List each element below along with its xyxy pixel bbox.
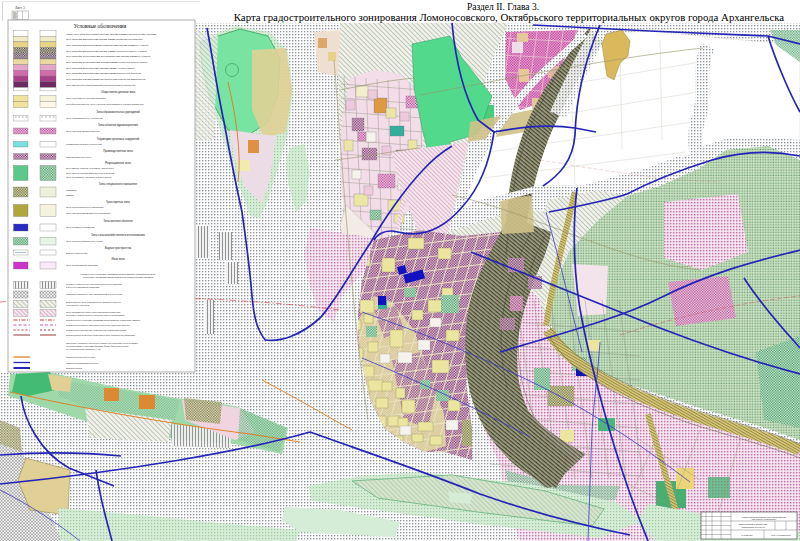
svg-text:Зоны застройки многоэтажными ж: Зоны застройки многоэтажными жилыми дома… [66, 67, 135, 69]
svg-text:Кладбища: Кладбища [66, 189, 77, 191]
svg-text:Лист 3: Лист 3 [15, 6, 25, 10]
svg-text:Границы зон с особыми условиям: Границы зон с особыми условиями использо… [81, 273, 156, 275]
svg-text:Зоны застройки малоэтажными мн: Зоны застройки малоэтажными многоквартир… [66, 44, 149, 46]
svg-text:(в соответствии с данными фили: (в соответствии с данными филиала ФГБУ "… [66, 345, 129, 347]
svg-text:Зоны образовательных учреждени: Зоны образовательных учреждений [66, 117, 103, 119]
svg-text:Иные зоны: Иные зоны [111, 257, 124, 261]
svg-text:Зоны застройки среднеэтажными: Зоны застройки среднеэтажными жилыми дом… [66, 61, 148, 63]
svg-text:Многофункциональные зоны объек: Многофункциональные зоны объектов обслуж… [66, 103, 144, 105]
svg-text:и зоны регулирования застройки: и зоны регулирования застройки [66, 286, 100, 288]
svg-text:Территории культовых сооружени: Территории культовых сооружений [66, 143, 102, 145]
svg-text:Границы охранных зон объектов: Границы охранных зон объектов культурног… [66, 283, 123, 285]
svg-text:по Архангельской области и НАО: по Архангельской области и НАО) [66, 348, 101, 350]
svg-text:Зоны смешанной и жилой застрой: Зоны смешанной и жилой застройки объекто… [66, 84, 136, 86]
svg-text:Граница зоны охраны объектов к: Граница зоны охраны объектов культурного… [66, 324, 130, 326]
svg-text:с особыми условиями использова: с особыми условиями использования по эко… [83, 276, 154, 278]
svg-text:Условные обозначения: Условные обозначения [74, 23, 127, 29]
svg-text:Граница города: Граница города [66, 367, 83, 369]
svg-text:Зоны застройки многоэтажными ж: Зоны застройки многоэтажными жилыми дома… [66, 72, 142, 74]
svg-text:Зоны объектов здравоохранения: Зоны объектов здравоохранения [66, 130, 100, 132]
svg-text:Свалки: Свалки [66, 194, 74, 196]
svg-text:Зоны образовательных учреждени: Зоны образовательных учреждений [96, 110, 140, 114]
svg-text:Производственные зоны: Производственные зоны [66, 156, 91, 158]
svg-text:МО "Город Архангельск": МО "Город Архангельск" [752, 518, 777, 520]
svg-text:Зоны перспективной застройки: Зоны перспективной застройки [66, 264, 99, 266]
svg-text:Карта градостроительного зонир: Карта градостроительного зонирования Лом… [234, 11, 785, 23]
svg-text:Водные пространства: Водные пространства [105, 246, 132, 250]
svg-text:Зоны застройки малоэтажными жи: Зоны застройки малоэтажными жилыми домам… [66, 50, 147, 52]
svg-text:Зоны железнодорожного транспор: Зоны железнодорожного транспорта [66, 206, 104, 208]
svg-text:Производственные зоны: Производственные зоны [103, 149, 133, 153]
svg-text:Территории культовых сооружени: Территории культовых сооружений [97, 137, 140, 141]
svg-text:Граница территориальной зоны: Граница территориальной зоны [66, 362, 99, 364]
svg-text:Ломоносовский и Октябрьский: Ломоносовский и Октябрьский [739, 523, 768, 525]
svg-text:Граница полос воздушных подход: Граница полос воздушных подходов и зоны … [66, 334, 135, 336]
svg-text:Зоны сельскохозяйственных угод: Зоны сельскохозяйственных угодий [66, 240, 103, 242]
svg-text:Граница зоны с особыми условия: Граница зоны с особыми условиями использ… [66, 319, 141, 321]
svg-text:рек и водных объектов: рек и водных объектов [66, 304, 90, 306]
svg-text:Зоны застройки малоэтажными жи: Зоны застройки малоэтажными жилыми домам… [66, 38, 143, 40]
svg-text:Зоны застройки среднеэтажными: Зоны застройки среднеэтажными многокварт… [66, 55, 151, 57]
svg-text:Рекреационные зоны: Рекреационные зоны [105, 161, 131, 165]
svg-text:Зоны объектов здравоохранения: Зоны объектов здравоохранения [98, 123, 138, 127]
svg-text:Зоны сельскохозяйственного исп: Зоны сельскохозяйственного использования [91, 233, 145, 237]
svg-text:Санитарно-защитные зоны предпр: Санитарно-защитные зоны предприятий и со… [66, 293, 123, 295]
svg-text:Зоны военных объектов: Зоны военных объектов [103, 219, 133, 223]
svg-text:М 1:25 000: М 1:25 000 [742, 534, 754, 536]
svg-text:Граница населенного пункта: Граница населенного пункта [66, 356, 96, 358]
svg-text:Жилые зоны застройки индивидуа: Жилые зоны застройки индивидуальными жил… [66, 33, 157, 35]
svg-text:Транспортные зоны: Транспортные зоны [106, 200, 130, 204]
svg-text:Зоны режимных территорий: Зоны режимных территорий [66, 226, 95, 228]
svg-text:береговые полосы водных объект: береговые полосы водных объектов общего … [66, 314, 125, 316]
svg-text:Водные поверхности: Водные поверхности [66, 252, 88, 254]
svg-text:Зоны застройки жилыми домами с: Зоны застройки жилыми домами смешанной э… [66, 78, 146, 80]
svg-text:Зоны объектов автомобильного т: Зоны объектов автомобильного транспорта [66, 212, 111, 214]
svg-text:ГУП "Архградпроект": ГУП "Архградпроект" [771, 534, 791, 536]
svg-text:Общественно-деловые зоны: Общественно-деловые зоны [101, 90, 136, 94]
svg-text:Зоны общественно-деловой застр: Зоны общественно-деловой застройки [66, 97, 106, 99]
svg-text:Водоохранные зоны и прибрежные: Водоохранные зоны и прибрежные защитные … [66, 301, 121, 303]
svg-text:территориальные округа: территориальные округа [742, 526, 766, 528]
svg-text:Зоны специального назначения: Зоны специального назначения [99, 182, 138, 186]
